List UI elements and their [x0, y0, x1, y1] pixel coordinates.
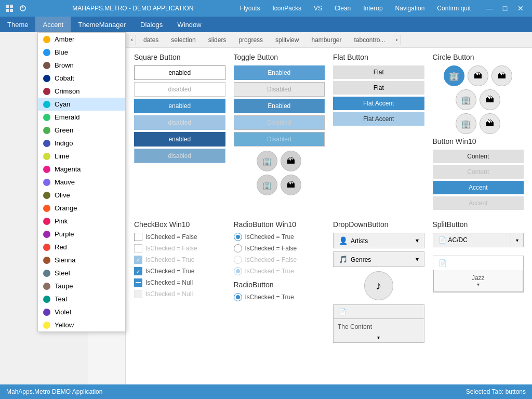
- accent-olive[interactable]: Olive: [38, 189, 125, 202]
- nav-vs[interactable]: VS: [308, 4, 328, 13]
- toggle-btn-disabled2[interactable]: Disabled: [234, 115, 325, 130]
- circle-btn-2[interactable]: 🏔: [468, 65, 488, 86]
- accent-purple[interactable]: Purple: [38, 228, 125, 241]
- tab-sliders[interactable]: sliders: [203, 35, 232, 45]
- checkbox-2[interactable]: [134, 244, 142, 252]
- dropdown-genres-button[interactable]: 🎵Genres ▾: [333, 251, 424, 267]
- tab-progress[interactable]: progress: [233, 35, 268, 45]
- accent-magenta[interactable]: Magenta: [38, 163, 125, 176]
- tab-tabcontrol[interactable]: tabcontro...: [349, 35, 391, 45]
- checkbox-row-4: ✓ IsChecked = True: [134, 267, 225, 275]
- split-arrow-button[interactable]: ▾: [511, 233, 523, 247]
- dropdown-artists-button[interactable]: 👤Artists ▾: [333, 233, 424, 248]
- accent-crimson[interactable]: Crimson: [38, 85, 125, 98]
- tab-selection[interactable]: selection: [166, 35, 201, 45]
- tab-dates[interactable]: dates: [138, 35, 164, 45]
- accent-steel[interactable]: Steel: [38, 267, 125, 280]
- accent-cobalt[interactable]: Cobalt: [38, 72, 125, 85]
- accent-taupe[interactable]: Taupe: [38, 280, 125, 292]
- svg-rect-0: [6, 5, 9, 8]
- radio-row-3: IsChecked = False: [234, 256, 325, 264]
- menu-dialogs[interactable]: Dialogs: [133, 17, 170, 32]
- music-circle-button[interactable]: ♪: [364, 271, 393, 300]
- menu-window[interactable]: Window: [170, 17, 208, 32]
- nav-confirmquit[interactable]: Confirm quit: [431, 4, 477, 13]
- accent-lime[interactable]: Lime: [38, 150, 125, 163]
- checkbox-win10-section: CheckBox Win10 IsChecked = False IsCheck…: [134, 220, 225, 343]
- square-button-section: Square Button enabled disabled enabled d…: [134, 53, 225, 212]
- accent-sienna[interactable]: Sienna: [38, 254, 125, 267]
- menu-accent[interactable]: Accent: [35, 17, 71, 32]
- toggle-icon-btn-1[interactable]: 🏢: [257, 151, 277, 171]
- radio-5[interactable]: [234, 293, 242, 301]
- nav-flyouts[interactable]: Flyouts: [234, 4, 267, 13]
- window-controls: — □ ✕: [482, 2, 528, 15]
- menu-thememanager[interactable]: ThemeManager: [71, 17, 133, 32]
- radio-4: [234, 267, 242, 275]
- checkbox-1[interactable]: [134, 233, 142, 241]
- accent-cyan[interactable]: Cyan: [38, 98, 125, 111]
- split-content-jazz: Jazz ▾: [433, 270, 524, 292]
- tab-hamburger[interactable]: hamburger: [306, 35, 347, 45]
- win10-btn-accent1[interactable]: Accent: [433, 181, 524, 194]
- accent-brown[interactable]: Brown: [38, 59, 125, 72]
- toggle-icon-btn-4[interactable]: 🏔: [281, 175, 301, 195]
- circle-btn-4[interactable]: 🏢: [456, 89, 476, 110]
- accent-violet[interactable]: Violet: [38, 305, 125, 318]
- accent-dropdown: Amber Blue Brown Cobalt Crimson Cyan Eme…: [37, 32, 126, 332]
- nav-clean[interactable]: Clean: [328, 4, 357, 13]
- button-win10-title: Button Win10: [433, 137, 524, 145]
- flat-btn-2[interactable]: Flat: [333, 81, 424, 95]
- radio-2[interactable]: [234, 244, 242, 252]
- circle-btn-6[interactable]: 🏢: [456, 113, 476, 134]
- circle-btn-3[interactable]: 🏔: [491, 65, 512, 86]
- maximize-button[interactable]: □: [498, 2, 512, 15]
- split-jazz-main[interactable]: 📄: [433, 256, 524, 270]
- the-content-button[interactable]: 📄 The Content ▾: [333, 304, 424, 343]
- square-btn-accent-enabled[interactable]: enabled: [134, 99, 225, 113]
- accent-mauve[interactable]: Mauve: [38, 176, 125, 189]
- radiobutton-win10-section: RadioButton Win10 IsChecked = True IsChe…: [234, 220, 325, 343]
- toggle-btn-enabled1[interactable]: Enabled: [234, 65, 325, 80]
- dropdown-arrow-icon: ▾: [416, 237, 419, 244]
- accent-amber[interactable]: Amber: [38, 33, 125, 46]
- circle-btn-7[interactable]: 🏔: [480, 113, 500, 134]
- flat-btn-accent2[interactable]: Flat Accent: [333, 112, 424, 126]
- flat-btn-accent1[interactable]: Flat Accent: [333, 97, 424, 110]
- menu-theme[interactable]: Theme: [0, 17, 35, 32]
- accent-pink[interactable]: Pink: [38, 215, 125, 228]
- flat-btn-1[interactable]: Flat: [333, 65, 424, 79]
- nav-iconpacks[interactable]: IconPacks: [267, 4, 308, 13]
- square-btn-dark-enabled[interactable]: enabled: [134, 132, 225, 147]
- checkbox-row-1: IsChecked = False: [134, 233, 225, 241]
- nav-interop[interactable]: Interop: [357, 4, 389, 13]
- accent-green[interactable]: Green: [38, 124, 125, 137]
- circle-btn-1[interactable]: 🏢: [444, 65, 464, 86]
- accent-orange[interactable]: Orange: [38, 202, 125, 215]
- split-main-button[interactable]: 📄 AC/DC: [433, 233, 511, 247]
- accent-indigo[interactable]: Indigo: [38, 137, 125, 150]
- nav-navigation[interactable]: Navigation: [389, 4, 431, 13]
- radio-1[interactable]: [234, 233, 242, 241]
- toggle-btn-enabled2[interactable]: Enabled: [234, 99, 325, 113]
- toggle-btn-disabled1[interactable]: Disabled: [234, 82, 325, 97]
- checkbox-5[interactable]: [134, 278, 142, 287]
- accent-red[interactable]: Red: [38, 241, 125, 254]
- toggle-icon-btn-2[interactable]: 🏔: [281, 151, 301, 171]
- flat-button-section: Flat Button Flat Flat Flat Accent Flat A…: [333, 53, 424, 212]
- toggle-icon-btn-3[interactable]: 🏢: [257, 175, 277, 195]
- scroll-right-button[interactable]: ›: [393, 35, 401, 45]
- tab-splitview[interactable]: splitview: [270, 35, 304, 45]
- accent-teal[interactable]: Teal: [38, 292, 125, 305]
- accent-yellow[interactable]: Yellow: [38, 318, 125, 331]
- accent-emerald[interactable]: Emerald: [38, 111, 125, 124]
- square-btn-enabled[interactable]: enabled: [134, 65, 225, 80]
- scroll-left-button[interactable]: ‹: [128, 35, 136, 45]
- accent-blue[interactable]: Blue: [38, 46, 125, 59]
- circle-btn-5[interactable]: 🏔: [480, 89, 500, 110]
- checkbox-4[interactable]: ✓: [134, 267, 142, 275]
- radio-row-2: IsChecked = False: [234, 244, 325, 252]
- minimize-button[interactable]: —: [482, 2, 497, 15]
- win10-btn-content1[interactable]: Content: [433, 150, 524, 163]
- close-button[interactable]: ✕: [513, 2, 528, 15]
